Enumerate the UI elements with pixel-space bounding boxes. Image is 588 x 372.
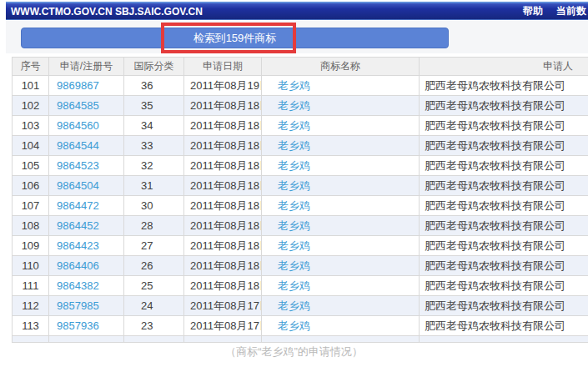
cell-application-date: 2011年08月18日 <box>184 176 262 196</box>
application-number-link[interactable]: 9864560 <box>57 119 99 132</box>
cell-serial: 108 <box>13 216 49 236</box>
cell-intl-class: 26 <box>124 256 184 276</box>
trademark-name-link[interactable]: 老乡鸡 <box>278 139 310 152</box>
application-number-link[interactable]: 9864523 <box>57 159 99 172</box>
cell-trademark-name: 老乡鸡 <box>262 236 420 256</box>
cell-application-date: 2011年08月18日 <box>184 156 262 176</box>
cell-applicant: 肥西老母鸡农牧科技有限公司 <box>420 156 588 176</box>
cell-intl-class: 31 <box>124 176 184 196</box>
site-domains-text: WWW.CTMO.GOV.CN SBJ.SAIC.GOV.CN <box>11 6 203 18</box>
trademark-name-link[interactable]: 老乡鸡 <box>278 99 310 112</box>
table-row: 111 9864382 25 2011年08月18日 老乡鸡 肥西老母鸡农牧科技… <box>13 276 588 296</box>
cell-trademark-name: 老乡鸡 <box>262 116 420 136</box>
trademark-name-link[interactable]: 老乡鸡 <box>278 299 310 312</box>
cell-application-date: 2011年08月18日 <box>184 216 262 236</box>
cell-applicant: 肥西老母鸡农牧科技有限公司 <box>420 136 588 156</box>
cell-applicant: 肥西老母鸡农牧科技有限公司 <box>420 256 588 276</box>
trademark-name-link[interactable]: 老乡鸡 <box>278 319 310 332</box>
trademark-name-link[interactable]: 老乡鸡 <box>278 159 310 172</box>
trademark-name-link[interactable]: 老乡鸡 <box>278 279 310 292</box>
application-number-link[interactable]: 9864472 <box>57 199 99 212</box>
cell-serial: 103 <box>13 116 49 136</box>
cell-application-date: 2011年08月18日 <box>184 96 262 116</box>
cell-application-number: 9857936 <box>49 316 124 336</box>
cell-serial: 110 <box>13 256 49 276</box>
cell-intl-class: 23 <box>124 316 184 336</box>
table-row: 101 9869867 36 2011年08月19日 老乡鸡 肥西老母鸡农牧科技… <box>13 76 588 96</box>
help-link[interactable]: 帮助 <box>523 4 543 18</box>
application-number-link[interactable]: 9864544 <box>57 139 99 152</box>
cell-serial: 102 <box>13 96 49 116</box>
cell-serial: 104 <box>13 136 49 156</box>
trademark-name-link[interactable]: 老乡鸡 <box>278 199 310 212</box>
trademark-name-link[interactable]: 老乡鸡 <box>278 179 310 192</box>
cell-applicant: 肥西老母鸡农牧科技有限公司 <box>420 276 588 296</box>
cell-application-number: 9864504 <box>49 176 124 196</box>
application-number-link[interactable]: 9864452 <box>57 219 99 232</box>
cell-trademark-name: 老乡鸡 <box>262 96 420 116</box>
application-number-link[interactable]: 9857985 <box>57 299 99 312</box>
trademark-name-link[interactable]: 老乡鸡 <box>278 239 310 252</box>
cell-application-number: 9864423 <box>49 236 124 256</box>
application-number-link[interactable]: 9869867 <box>57 79 99 92</box>
cell-applicant: 肥西老母鸡农牧科技有限公司 <box>420 76 588 96</box>
cell-application-date: 2011年08月18日 <box>184 116 262 136</box>
application-number-link[interactable]: 9864423 <box>57 239 99 252</box>
cell-applicant: 肥西老母鸡农牧科技有限公司 <box>420 176 588 196</box>
cell-intl-class: 33 <box>124 136 184 156</box>
col-header-application-date: 申请日期 <box>184 58 262 76</box>
cell-application-number: 9864523 <box>49 156 124 176</box>
cell-application-date: 2011年08月18日 <box>184 256 262 276</box>
cell-application-number: 9864544 <box>49 136 124 156</box>
col-header-trademark-name: 商标名称 <box>262 58 420 76</box>
trademark-results-table: 序号 申请/注册号 国际分类 申请日期 商标名称 申请人 101 9869867… <box>12 57 588 343</box>
cell-serial: 111 <box>13 276 49 296</box>
application-number-link[interactable]: 9864504 <box>57 179 99 192</box>
cell-application-date: 2011年08月18日 <box>184 276 262 296</box>
table-row: 105 9864523 32 2011年08月18日 老乡鸡 肥西老母鸡农牧科技… <box>13 156 588 176</box>
cell-application-number: 9864560 <box>49 116 124 136</box>
cell-trademark-name: 老乡鸡 <box>262 176 420 196</box>
table-row: 106 9864504 31 2011年08月18日 老乡鸡 肥西老母鸡农牧科技… <box>13 176 588 196</box>
cell-application-date: 2011年08月17日 <box>184 316 262 336</box>
topbar-links: 帮助 当前数 <box>523 4 588 18</box>
cell-intl-class: 28 <box>124 216 184 236</box>
cell-applicant: 肥西老母鸡农牧科技有限公司 <box>420 296 588 316</box>
cell-serial: 112 <box>13 296 49 316</box>
trademark-name-link[interactable]: 老乡鸡 <box>278 219 310 232</box>
cell-serial: 101 <box>13 76 49 96</box>
top-nav-bar: WWW.CTMO.GOV.CN SBJ.SAIC.GOV.CN 帮助 当前数 <box>6 2 588 20</box>
table-row: 113 9857936 23 2011年08月17日 老乡鸡 肥西老母鸡农牧科技… <box>13 316 588 336</box>
application-number-link[interactable]: 9864406 <box>57 259 99 272</box>
cell-application-number: 9864452 <box>49 216 124 236</box>
cell-application-number: 9864472 <box>49 196 124 216</box>
cell-applicant: 肥西老母鸡农牧科技有限公司 <box>420 96 588 116</box>
table-row: 110 9864406 26 2011年08月18日 老乡鸡 肥西老母鸡农牧科技… <box>13 256 588 276</box>
application-number-link[interactable]: 9864382 <box>57 279 99 292</box>
cell-applicant: 肥西老母鸡农牧科技有限公司 <box>420 196 588 216</box>
cell-application-date: 2011年08月17日 <box>184 296 262 316</box>
cell-intl-class: 25 <box>124 276 184 296</box>
trademark-name-link[interactable]: 老乡鸡 <box>278 119 310 132</box>
cell-trademark-name: 老乡鸡 <box>262 316 420 336</box>
cell-application-number: 9864382 <box>49 276 124 296</box>
results-table-container: 序号 申请/注册号 国际分类 申请日期 商标名称 申请人 101 9869867… <box>12 57 588 343</box>
application-number-link[interactable]: 9864585 <box>57 99 99 112</box>
cell-intl-class: 35 <box>124 96 184 116</box>
table-row: 108 9864452 28 2011年08月18日 老乡鸡 肥西老母鸡农牧科技… <box>13 216 588 236</box>
trademark-name-link[interactable]: 老乡鸡 <box>278 259 310 272</box>
current-data-link[interactable]: 当前数 <box>556 4 586 18</box>
trademark-name-link[interactable]: 老乡鸡 <box>278 79 310 92</box>
cell-trademark-name: 老乡鸡 <box>262 296 420 316</box>
cell-trademark-name: 老乡鸡 <box>262 256 420 276</box>
col-header-application-number: 申请/注册号 <box>49 58 124 76</box>
table-row-partial <box>13 336 588 343</box>
cell-application-date: 2011年08月18日 <box>184 136 262 156</box>
table-row: 112 9857985 24 2011年08月17日 老乡鸡 肥西老母鸡农牧科技… <box>13 296 588 316</box>
cell-trademark-name: 老乡鸡 <box>262 196 420 216</box>
cell-trademark-name: 老乡鸡 <box>262 156 420 176</box>
cell-application-number: 9857985 <box>49 296 124 316</box>
table-row: 104 9864544 33 2011年08月18日 老乡鸡 肥西老母鸡农牧科技… <box>13 136 588 156</box>
application-number-link[interactable]: 9857936 <box>57 319 99 332</box>
cell-intl-class: 36 <box>124 76 184 96</box>
